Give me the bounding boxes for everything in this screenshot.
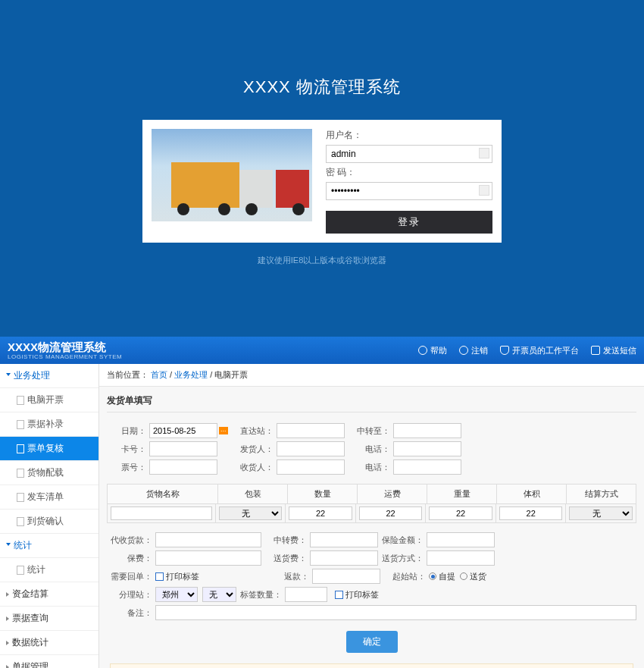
admin-screen: XXXX物流管理系统 LOGISTICS MANAGERMENT SYTEM 帮…: [0, 337, 644, 668]
sidebar-cat-stat[interactable]: 统计: [0, 534, 98, 558]
password-label: 密 码：: [326, 166, 492, 179]
sidebar-item-departurelist[interactable]: 发车清单: [0, 485, 98, 510]
crumb-home[interactable]: 首页: [151, 370, 167, 379]
help-icon: [418, 346, 427, 355]
login-button[interactable]: 登录: [326, 211, 492, 234]
admin-body: 业务处理 电脑开票 票据补录 票单复核 货物配载 发车清单 到货确认 统计 统计…: [0, 364, 644, 668]
chevron-right-icon: [6, 592, 9, 597]
tagqty-input[interactable]: [285, 587, 327, 602]
remark-input[interactable]: [155, 605, 636, 620]
sidebar-item-ticket[interactable]: 电脑开票: [0, 388, 98, 412]
password-input[interactable]: [326, 182, 492, 200]
shortcut-tip: 温馨提示：按"Enter"键进行切换； 按"F10"保存； 按"F5"代收货款；…: [110, 663, 633, 668]
chevron-down-icon: [6, 373, 11, 378]
direct-input[interactable]: [277, 423, 345, 438]
card-label: 卡号：: [107, 444, 146, 455]
packaging-select[interactable]: 无: [219, 506, 283, 520]
username-input[interactable]: [326, 145, 492, 163]
sendway-input[interactable]: [427, 550, 495, 566]
sidebar-cat-biz[interactable]: 业务处理: [0, 364, 98, 388]
app-title: XXXX物流管理系统: [8, 340, 106, 353]
logout-link[interactable]: 注销: [459, 345, 488, 356]
phone2-input[interactable]: [393, 459, 461, 475]
ticket-input[interactable]: [149, 459, 217, 475]
mail-icon: [591, 346, 600, 355]
ins-label: 保费：: [107, 553, 152, 564]
volume-input[interactable]: [499, 506, 563, 520]
branch-label: 分理站：: [107, 589, 152, 601]
sidebar-item-stat[interactable]: 统计: [0, 558, 98, 582]
main-content: 当前位置： 首页 / 业务处理 / 电脑开票 发货单填写 日期： ··· 直达站…: [99, 364, 644, 668]
goods-name-input[interactable]: [111, 506, 212, 520]
refund-label: 返款：: [264, 571, 309, 582]
card-input[interactable]: [149, 441, 217, 456]
logout-icon: [459, 346, 468, 355]
print-tag2-checkbox[interactable]: 打印标签: [335, 589, 379, 601]
document-icon: [17, 517, 24, 526]
sidebar-item-review[interactable]: 票单复核: [0, 437, 98, 461]
refund-input[interactable]: [312, 569, 380, 584]
form-content: 发货单填写 日期： ··· 直达站： 中转至： 卡号： 发货人： 电话： 票号：…: [99, 387, 644, 668]
login-screen: XXXX 物流管理系统 用户名： 密 码： 登录 建议使用IE8以上版本或谷歌浏…: [0, 0, 644, 337]
sidebar-item-supplement[interactable]: 票据补录: [0, 412, 98, 437]
sms-link[interactable]: 发送短信: [591, 345, 636, 356]
collect-input[interactable]: [155, 532, 261, 547]
sendway-label: 送货方式：: [378, 553, 424, 564]
document-icon: [17, 444, 24, 453]
branch-select[interactable]: 郑州: [155, 587, 198, 602]
chevron-right-icon: [6, 665, 9, 669]
settlement-select[interactable]: 无: [569, 506, 633, 520]
login-form: 用户名： 密 码： 登录: [326, 129, 492, 234]
qty-input[interactable]: [289, 506, 352, 520]
insurx-input[interactable]: [427, 532, 495, 547]
sender-label: 发货人：: [228, 444, 274, 455]
crumb-biz[interactable]: 业务处理: [174, 370, 208, 379]
app-subtitle: LOGISTICS MANAGERMENT SYTEM: [8, 353, 122, 360]
document-icon: [17, 420, 24, 429]
user-icon: [500, 346, 509, 355]
print-tag-checkbox[interactable]: 打印标签: [155, 571, 199, 582]
transfer-input[interactable]: [393, 423, 461, 438]
tfee-label: 中转费：: [261, 535, 307, 546]
crumb-current: 电脑开票: [214, 370, 248, 379]
document-icon: [17, 469, 24, 478]
sidebar-item-funds[interactable]: 资金结算: [0, 582, 98, 607]
ins-input[interactable]: [155, 550, 261, 566]
direct-label: 直达站：: [228, 425, 274, 437]
selfpick-radio[interactable]: 自提: [429, 571, 455, 582]
sidebar-item-documents[interactable]: 单据管理: [0, 655, 98, 668]
freight-input[interactable]: [359, 506, 423, 520]
ticket-label: 票号：: [107, 462, 146, 473]
help-link[interactable]: 帮助: [418, 345, 447, 356]
lock-icon: [479, 185, 489, 196]
receiver-label: 收货人：: [228, 462, 274, 473]
tfee-input[interactable]: [310, 532, 378, 547]
goods-table-row: 无 无: [107, 504, 636, 523]
username-label: 用户名：: [326, 129, 492, 142]
breadcrumb: 当前位置： 首页 / 业务处理 / 电脑开票: [99, 364, 644, 387]
date-label: 日期：: [107, 425, 146, 437]
topbar: XXXX物流管理系统 LOGISTICS MANAGERMENT SYTEM 帮…: [0, 337, 644, 364]
deliver-radio[interactable]: 送货: [460, 571, 486, 582]
login-title: XXXX 物流管理系统: [243, 76, 401, 99]
branch-none-select[interactable]: 无: [202, 587, 236, 602]
receiver-input[interactable]: [277, 459, 345, 475]
submit-button[interactable]: 确定: [346, 631, 398, 653]
weight-input[interactable]: [429, 506, 492, 520]
workspace-link[interactable]: 开票员的工作平台: [500, 345, 579, 356]
sidebar-item-arrivalconfirm[interactable]: 到货确认: [0, 510, 98, 534]
browser-hint: 建议使用IE8以上版本或谷歌浏览器: [258, 255, 387, 266]
sender-input[interactable]: [277, 441, 345, 456]
sendfee-input[interactable]: [310, 550, 378, 566]
user-icon: [479, 148, 489, 158]
document-icon: [17, 566, 24, 575]
form-title: 发货单填写: [107, 394, 636, 412]
phone1-input[interactable]: [393, 441, 461, 456]
sidebar-item-ticketquery[interactable]: 票据查询: [0, 607, 98, 631]
document-icon: [17, 493, 24, 502]
login-panel: 用户名： 密 码： 登录: [142, 120, 502, 243]
sidebar-item-loading[interactable]: 货物配载: [0, 461, 98, 485]
sidebar-item-datastat[interactable]: 数据统计: [0, 631, 98, 655]
date-input[interactable]: [149, 423, 217, 438]
transfer-label: 中转至：: [345, 425, 390, 437]
